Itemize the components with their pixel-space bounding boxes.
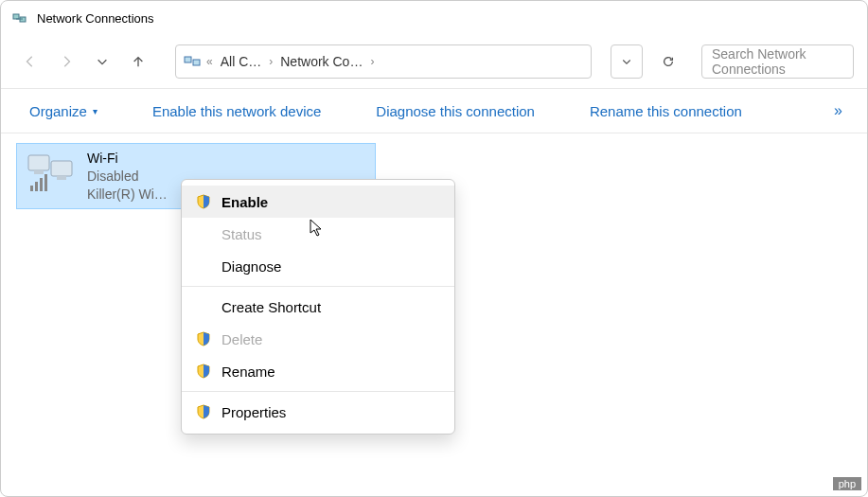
menu-separator xyxy=(182,391,454,392)
network-adapter-icon xyxy=(25,150,78,195)
up-button[interactable] xyxy=(122,45,154,78)
context-menu: Enable Status Diagnose Create Shortcut D… xyxy=(181,179,455,435)
svg-rect-11 xyxy=(40,178,43,191)
address-bar[interactable]: « All C… › Network Co… › xyxy=(175,44,592,79)
svg-rect-8 xyxy=(57,176,66,180)
navigation-bar: « All C… › Network Co… › Search Network … xyxy=(1,35,867,88)
command-bar: Organize▾ Enable this network device Dia… xyxy=(1,89,867,133)
menu-item-diagnose[interactable]: Diagnose xyxy=(182,250,454,282)
breadcrumb-part-1[interactable]: All C… xyxy=(217,52,266,71)
svg-rect-0 xyxy=(13,14,19,19)
menu-label: Enable xyxy=(221,194,441,210)
titlebar: Network Connections xyxy=(1,1,867,35)
rename-button[interactable]: Rename this connection xyxy=(584,102,748,120)
menu-item-delete: Delete xyxy=(182,323,454,355)
menu-label: Properties xyxy=(221,404,441,420)
shield-icon xyxy=(195,364,212,379)
menu-label: Delete xyxy=(221,331,441,347)
shield-icon xyxy=(195,194,212,209)
organize-button[interactable]: Organize▾ xyxy=(24,102,103,120)
menu-item-properties[interactable]: Properties xyxy=(182,396,454,428)
window-title: Network Connections xyxy=(37,11,154,26)
breadcrumb-sep: « xyxy=(206,55,213,68)
enable-device-button[interactable]: Enable this network device xyxy=(147,102,327,120)
menu-item-create-shortcut[interactable]: Create Shortcut xyxy=(182,291,454,323)
app-icon xyxy=(12,10,27,26)
overflow-button[interactable]: » xyxy=(834,102,844,119)
search-placeholder: Search Network Connections xyxy=(712,46,843,77)
watermark: php xyxy=(833,477,861,490)
menu-label: Rename xyxy=(221,364,441,380)
diagnose-button[interactable]: Diagnose this connection xyxy=(370,102,540,120)
location-icon xyxy=(184,54,203,69)
adapter-device: Killer(R) Wi… xyxy=(87,186,168,204)
shield-icon xyxy=(195,404,212,419)
svg-rect-12 xyxy=(44,174,47,191)
chevron-right-icon: › xyxy=(269,55,273,68)
adapter-text: Wi-Fi Disabled Killer(R) Wi… xyxy=(87,150,168,203)
shield-icon xyxy=(195,331,212,346)
svg-rect-4 xyxy=(193,60,200,65)
menu-label: Status xyxy=(221,226,441,242)
breadcrumb-part-2[interactable]: Network Co… xyxy=(276,52,366,71)
chevron-down-icon: ▾ xyxy=(93,106,97,116)
svg-rect-7 xyxy=(34,170,44,174)
menu-label: Diagnose xyxy=(221,258,441,275)
back-button[interactable] xyxy=(14,45,46,78)
svg-rect-5 xyxy=(28,155,49,170)
svg-rect-6 xyxy=(51,161,72,176)
recent-dropdown[interactable] xyxy=(86,45,118,78)
menu-item-enable[interactable]: Enable xyxy=(182,186,454,218)
adapter-name: Wi-Fi xyxy=(87,150,168,168)
svg-rect-10 xyxy=(35,182,38,191)
svg-rect-9 xyxy=(30,186,33,191)
menu-separator xyxy=(182,286,454,287)
search-input[interactable]: Search Network Connections xyxy=(701,44,854,79)
address-dropdown[interactable] xyxy=(611,44,643,79)
chevron-right-icon: › xyxy=(370,55,374,68)
content-area: Wi-Fi Disabled Killer(R) Wi… Enable Stat… xyxy=(1,133,867,219)
adapter-status: Disabled xyxy=(87,168,168,186)
menu-item-rename[interactable]: Rename xyxy=(182,355,454,387)
menu-label: Create Shortcut xyxy=(221,299,441,315)
svg-rect-3 xyxy=(185,57,191,62)
menu-item-status: Status xyxy=(182,218,454,250)
forward-button[interactable] xyxy=(50,45,82,78)
refresh-button[interactable] xyxy=(652,44,684,79)
